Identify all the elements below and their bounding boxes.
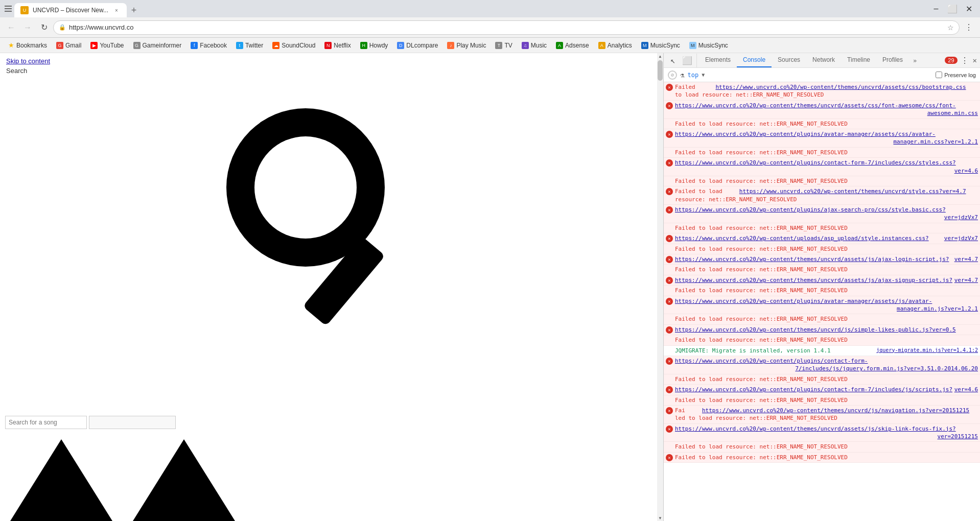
devtools-pointer-icon[interactable]: ↖ [668, 56, 678, 65]
msg-content: Failed to load resource: net::ERR_NAME_N… [675, 245, 978, 253]
bookmark-item-dlcompare[interactable]: D DLcompare [393, 40, 442, 51]
new-tab-button[interactable]: + [127, 3, 141, 17]
tab-network[interactable]: Network [806, 53, 841, 67]
bookmark-label: Howdy [369, 42, 388, 49]
lock-icon: 🔒 [59, 24, 66, 31]
back-button[interactable]: ← [4, 20, 18, 35]
msg-content: https://www.uncvrd.co%20/wp-content/plug… [675, 357, 978, 373]
devtools-more-tabs[interactable]: » [909, 54, 921, 67]
console-error-10: ✕ https://www.uncvrd.co%20/wp-content/pl… [664, 296, 980, 315]
bookmark-item-musicsync1[interactable]: M MusicSync [637, 40, 684, 51]
filter-dropdown-arrow[interactable]: ▼ [702, 72, 705, 78]
page-scrollbar: ▲ ▼ [657, 53, 663, 521]
console-error-6: ✕ https://www.uncvrd.co%20/wp-content/pl… [664, 205, 980, 223]
console-error-4: ✕ https://www.uncvrd.co%20/wp-content/pl… [664, 158, 980, 176]
bookmark-item-musicsync2[interactable]: M MusicSync [685, 40, 732, 51]
bookmark-item-soundcloud[interactable]: ☁ SoundCloud [268, 40, 319, 51]
bottom-shapes [0, 419, 657, 521]
tab-console[interactable]: Console [737, 53, 772, 67]
bookmarks-star-icon: ★ [8, 41, 14, 49]
devtools-device-icon[interactable]: ⬜ [682, 56, 692, 65]
msg-content: https://www.uncvrd.co%20/wp-content/plug… [675, 206, 978, 222]
devtools-close-button[interactable]: ✕ [972, 55, 978, 65]
bookmark-item-tv[interactable]: T TV [491, 40, 516, 51]
tab-sources[interactable]: Sources [772, 53, 806, 67]
url-text: https://www.uncvrd.co [69, 23, 944, 31]
top-filter-label: top [687, 72, 698, 79]
msg-content: https://www.uncvrd.co%20/wp-content/plug… [675, 386, 978, 393]
console-error-12: ✕ https://www.uncvrd.co%20/wp-content/pl… [664, 356, 980, 374]
bookmark-label: Bookmarks [16, 42, 47, 49]
msg-content: Failed to load resource: net::ERR_NAME_N… [675, 177, 978, 185]
analytics-icon: A [598, 42, 605, 49]
bookmark-item-music[interactable]: ♫ Music [518, 40, 551, 51]
error-icon: ✕ [666, 298, 673, 305]
console-no-icon[interactable]: ⊘ [668, 70, 677, 80]
skip-to-content-link[interactable]: Skip to content [6, 57, 651, 65]
scroll-down-button[interactable]: ▼ [657, 515, 663, 521]
console-toolbar: ⊘ ⚗ top ▼ Preserve log [664, 68, 980, 82]
console-filter-icon[interactable]: ⚗ [680, 71, 684, 79]
howdy-icon: H [360, 42, 367, 49]
error-icon: ✕ [666, 454, 673, 461]
search-icon-large [206, 88, 451, 333]
bookmark-item-facebook[interactable]: f Facebook [186, 40, 231, 51]
msg-content: Failed to load resource: net::ERR_NAME_N… [675, 315, 978, 323]
tab-close-button[interactable]: × [112, 6, 121, 14]
console-error-8: ✕ https://www.uncvrd.co%20/wp-content/th… [664, 254, 980, 265]
bookmark-label: Gameinformer [143, 42, 182, 49]
bookmark-item-howdy[interactable]: H Howdy [356, 40, 392, 51]
msg-content: https://www.uncvrd.co%20/wp-content/plug… [675, 159, 978, 175]
bookmark-item-playmusic[interactable]: ♪ Play Music [443, 40, 490, 51]
settings-button[interactable]: ⋮ [962, 20, 976, 35]
preserve-log-checkbox[interactable] [936, 72, 942, 78]
active-tab[interactable]: U UNCVRD – Discover New... × [14, 3, 127, 17]
refresh-button[interactable]: ↻ [37, 20, 51, 35]
bookmark-item-twitter[interactable]: t Twitter [232, 40, 267, 51]
bookmark-star[interactable]: ☆ [947, 23, 954, 32]
msg-content: Failed to load resource: net::ERR_NAME_N… [675, 224, 978, 232]
twitter-icon: t [236, 42, 243, 49]
error-icon: ✕ [666, 131, 673, 138]
error-count-badge: 29 [945, 57, 957, 64]
error-icon: ✕ [666, 84, 673, 91]
bookmark-item-youtube[interactable]: ▶ YouTube [86, 40, 128, 51]
error-icon: ✕ [666, 235, 673, 242]
bookmarks-bar: ★ Bookmarks G Gmail ▶ YouTube G Gameinfo… [0, 38, 980, 53]
bookmark-item-gmail[interactable]: G Gmail [52, 40, 85, 51]
maximize-button[interactable]: ⬜ [945, 2, 960, 16]
console-error-1: ✕ Failed https://www.uncvrd.co%20/wp-con… [664, 82, 980, 101]
console-error-3: ✕ https://www.uncvrd.co%20/wp-content/pl… [664, 129, 980, 148]
address-bar[interactable]: 🔒 https://www.uncvrd.co ☆ [53, 20, 960, 35]
tab-timeline[interactable]: Timeline [841, 53, 876, 67]
bookmark-item-bookmarks[interactable]: ★ Bookmarks [4, 40, 51, 51]
triangle-left [10, 439, 112, 521]
devtools-panel: ↖ ⬜ Elements Console Sources Network Tim… [663, 53, 980, 521]
close-button[interactable]: ✕ [962, 2, 976, 16]
msg-content: Fai https://www.uncvrd.co%20/wp-content/… [675, 407, 978, 422]
forward-button[interactable]: → [20, 20, 35, 35]
scroll-thumb[interactable] [658, 60, 663, 81]
console-error-12b: Failed to load resource: net::ERR_NAME_N… [664, 374, 980, 385]
musicsync1-icon: M [641, 42, 648, 49]
bookmark-item-gameinformer[interactable]: G Gameinformer [129, 40, 186, 51]
search-label: Search [6, 67, 651, 75]
minimize-button[interactable]: – [929, 2, 943, 16]
devtools-options-icon[interactable]: ⋮ [960, 56, 970, 65]
msg-content: https://www.uncvrd.co%20/wp-content/uplo… [675, 234, 978, 242]
bookmark-item-adsense[interactable]: A Adsense [552, 40, 593, 51]
console-messages[interactable]: ✕ Failed https://www.uncvrd.co%20/wp-con… [664, 82, 980, 521]
chrome-menu-icon[interactable] [4, 5, 12, 13]
scroll-up-button[interactable]: ▲ [657, 53, 663, 59]
error-icon: ✕ [666, 326, 673, 334]
console-error-16: ✕ Failed to load resource: net::ERR_NAME… [664, 453, 980, 463]
tab-elements[interactable]: Elements [699, 53, 737, 67]
console-error-9: ✕ https://www.uncvrd.co%20/wp-content/th… [664, 275, 980, 286]
bookmark-label: MusicSync [650, 42, 680, 49]
facebook-icon: f [191, 42, 198, 49]
bookmark-item-netflix[interactable]: N Netflix [320, 40, 355, 51]
tab-profiles[interactable]: Profiles [876, 53, 909, 67]
bookmark-item-analytics[interactable]: A Analytics [594, 40, 636, 51]
console-error-15b: Failed to load resource: net::ERR_NAME_N… [664, 442, 980, 452]
nav-extra-buttons: ⋮ [962, 20, 976, 35]
